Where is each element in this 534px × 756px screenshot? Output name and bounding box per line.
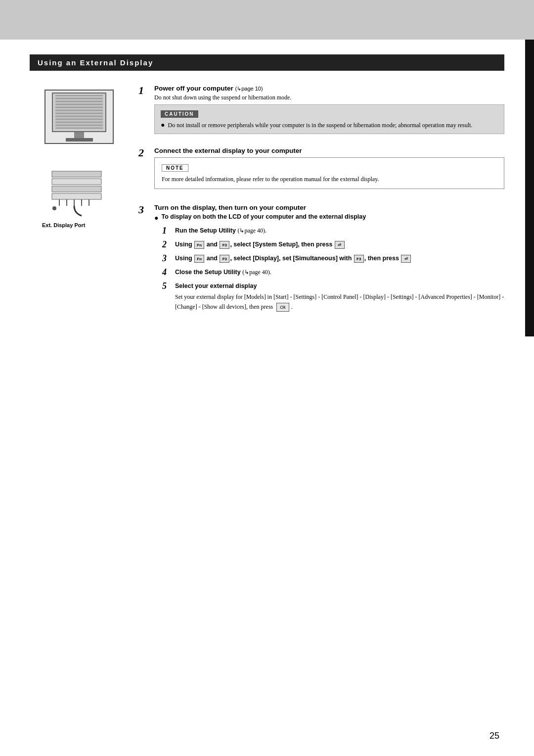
sub-step-2-content: Using Fn and F3, select [System Setup], … [175,240,345,249]
sub-step-5-content: Select your external display Set your ex… [175,282,504,312]
step-2-title: Connect the external display to your com… [154,147,504,154]
sub-step-2: 2 Using Fn and F3, select [System Setup]… [162,240,504,250]
caution-box: CAUTION ● Do not install or remove perip… [154,104,504,134]
note-label: NOTE [162,164,188,172]
page-content: Using an External Display [0,40,534,356]
svg-rect-0 [52,171,101,177]
svg-rect-1 [52,179,101,185]
cable-svg [42,169,116,218]
step-3: 3 Turn on the display, then turn on your… [138,204,504,317]
step-3-content: Turn on the display, then turn on your c… [154,204,504,317]
sub-step-5: 5 Select your external display Set your … [162,282,504,312]
step-2: 2 Connect the external display to your c… [138,147,504,194]
sub-step-3: 3 Using Fn and F3, select [Display], set… [162,254,504,264]
f3-key-icon2: F3 [220,255,229,263]
note-text: For more detailed information, please re… [162,175,497,184]
step-1-content: Power off your computer (↳page 10) Do no… [154,85,504,137]
step-2-number: 2 [138,147,150,159]
caution-label: CAUTION [161,110,198,118]
f3-key-icon3: F3 [354,255,364,263]
sub-step-2-number: 2 [162,240,171,250]
fn-key-icon2: Fn [194,255,204,263]
note-box: NOTE For more detailed information, plea… [154,157,504,189]
sub-bullet: ● To display on both the LCD of your com… [154,213,504,312]
page-number: 25 [490,731,499,741]
sub-step-1: 1 Run the Setup Utility (↳page 40). [162,226,504,236]
enter-key-icon: ⏎ [335,241,345,249]
f3-key-icon: F3 [220,241,229,249]
right-side-bar [525,40,534,336]
step-1: 1 Power off your computer (↳page 10) Do … [138,85,504,137]
step-1-desc: Do not shut down using the suspend or hi… [154,94,504,101]
svg-point-9 [52,206,56,210]
sub-step-3-content: Using Fn and F3, select [Display], set [… [175,254,411,263]
section-header: Using an External Display [30,54,504,71]
left-images-column: Ext. Display Port [30,85,129,327]
cable-illustration: Ext. Display Port [42,169,116,228]
sub-step-5-number: 5 [162,282,171,291]
sub-bullet-header: ● To display on both the LCD of your com… [154,213,504,222]
svg-rect-3 [52,193,101,199]
sub-step-1-number: 1 [162,226,171,236]
step-2-content: Connect the external display to your com… [154,147,504,194]
step-1-title: Power off your computer (↳page 10) [154,85,504,92]
top-bar [0,0,534,40]
sub-step-1-content: Run the Setup Utility (↳page 40). [175,226,267,236]
instructions-column: 1 Power off your computer (↳page 10) Do … [129,85,504,327]
section-title: Using an External Display [38,58,153,67]
main-layout: Ext. Display Port 1 Power off your compu… [30,85,504,327]
svg-rect-2 [52,186,101,192]
fn-key-icon: Fn [194,241,204,249]
caution-text: Do not install or remove peripherals whi… [168,121,472,130]
sub-step-5-desc: Set your external display for [Models] i… [175,292,504,312]
sub-step-3-number: 3 [162,254,171,264]
sub-step-4: 4 Close the Setup Utility (↳page 40). [162,268,504,278]
caution-item: ● Do not install or remove peripherals w… [161,121,498,130]
ok-button[interactable]: Ok [276,303,289,312]
sub-step-5-title: Select your external display [175,282,504,291]
step-3-number: 3 [138,204,150,216]
sub-steps: 1 Run the Setup Utility (↳page 40). 2 [162,226,504,312]
monitor-illustration [44,90,114,144]
step-1-number: 1 [138,85,150,96]
ext-display-label: Ext. Display Port [42,222,111,228]
sub-step-4-number: 4 [162,268,171,278]
step-3-title: Turn on the display, then turn on your c… [154,204,504,211]
enter-key-icon2: ⏎ [401,255,411,263]
sub-step-4-content: Close the Setup Utility (↳page 40). [175,268,271,277]
